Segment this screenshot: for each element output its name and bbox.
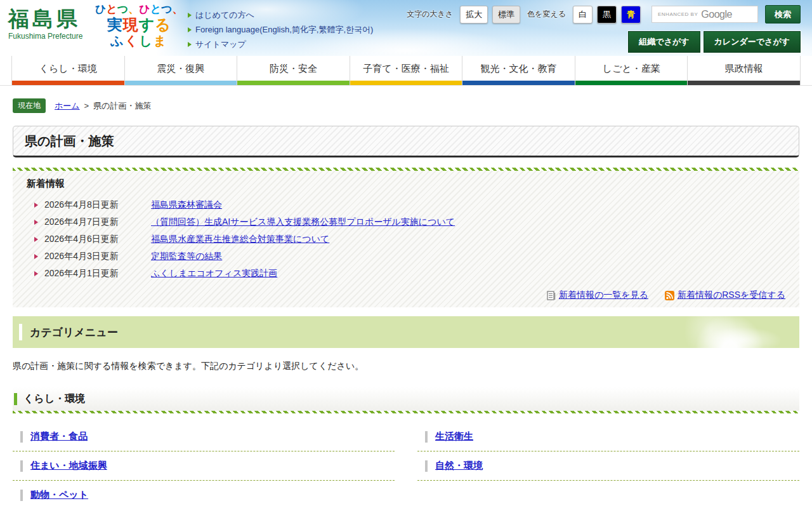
- prefecture-name: 福島県: [8, 8, 82, 30]
- color-blue-button[interactable]: 青: [621, 6, 641, 23]
- news-list-link[interactable]: 新着情報の一覧を見る: [547, 290, 648, 301]
- news-date: 2026年4月8日更新: [44, 199, 151, 211]
- news-heading: 新着情報: [27, 178, 785, 190]
- category-item-housing-regional: 住まい・地域振興: [13, 451, 395, 481]
- news-link[interactable]: 福島県森林審議会: [151, 199, 222, 211]
- nav-underline: [237, 81, 350, 85]
- font-size-label: 文字の大きさ: [407, 9, 453, 20]
- item-accent-bar: [425, 431, 428, 443]
- news-section: 新着情報 2026年4月8日更新 福島県森林審議会 2026年4月7日更新 （質…: [13, 168, 799, 307]
- nav-label: しごと・産業: [575, 56, 688, 81]
- nav-underline: [125, 81, 237, 85]
- arrow-icon: [188, 27, 192, 32]
- page-title-box: 県の計画・施策: [13, 126, 799, 157]
- news-date: 2026年4月6日更新: [44, 234, 151, 245]
- category-links-grid: 消費者・食品 生活衛生 住まい・地域振興 自然・環境 動物・ペット: [13, 422, 799, 508]
- prefecture-logo[interactable]: 福島県 Fukushima Prefecture: [8, 8, 82, 41]
- news-item: 2026年4月1日更新 ふくしまエコオフィス実践計画: [27, 265, 785, 282]
- utility-link-label[interactable]: はじめての方へ: [195, 10, 254, 21]
- header-controls: 文字の大きさ 拡大 標準 色を変える 白 黒 青 ENHANCED BY Goo…: [404, 5, 801, 53]
- category-link[interactable]: 生活衛生: [435, 431, 473, 443]
- utility-link-label[interactable]: Foreign language(English,简化字,繁體字,한국어): [195, 24, 373, 36]
- category-item-consumers-food: 消費者・食品: [13, 422, 395, 451]
- utility-link-sitemap[interactable]: サイトマップ: [188, 39, 373, 50]
- breadcrumb-home-link[interactable]: ホーム: [55, 100, 80, 112]
- search-by-organization-button[interactable]: 組織でさがす: [628, 31, 700, 53]
- item-accent-bar: [20, 460, 23, 472]
- nav-item-living-environment[interactable]: くらし・環境: [11, 56, 124, 85]
- page-title: 県の計画・施策: [25, 133, 114, 150]
- breadcrumb-current: 県の計画・施策: [93, 100, 151, 112]
- nav-label: 子育て・医療・福祉: [350, 56, 462, 81]
- utility-link-label[interactable]: サイトマップ: [195, 39, 246, 50]
- news-rss-link[interactable]: 新着情報のRSSを受信する: [665, 290, 785, 301]
- nav-item-disaster-prevention-safety[interactable]: 防災・安全: [237, 56, 350, 85]
- bullet-arrow-icon: [34, 203, 38, 208]
- color-black-button[interactable]: 黒: [597, 6, 617, 23]
- nav-label: くらし・環境: [12, 56, 124, 81]
- list-icon: [547, 291, 556, 300]
- section-accent-bar: [14, 393, 17, 405]
- category-link[interactable]: 自然・環境: [435, 460, 483, 472]
- news-link[interactable]: （質問回答）生成AIサービス導入支援業務公募型プロポーザル実施について: [151, 217, 455, 228]
- category-item-nature-environment: 自然・環境: [417, 451, 799, 481]
- category-menu-title: カテゴリメニュー: [30, 325, 118, 340]
- category-menu-banner: カテゴリメニュー: [13, 316, 799, 348]
- item-accent-bar: [20, 431, 23, 443]
- category-description: 県の計画・施策に関する情報を検索できます。下記のカテゴリより選択してください。: [13, 361, 799, 372]
- prefecture-name-en: Fukushima Prefecture: [8, 32, 82, 41]
- breadcrumb: 現在地 ホーム > 県の計画・施策: [13, 98, 799, 113]
- nav-item-work-industry[interactable]: しごと・産業: [575, 56, 688, 85]
- utility-link-first-time[interactable]: はじめての方へ: [188, 10, 373, 21]
- utility-link-foreign-language[interactable]: Foreign language(English,简化字,繁體字,한국어): [188, 24, 373, 36]
- finder-buttons: 組織でさがす カレンダーでさがす: [628, 31, 801, 53]
- category-item-animals-pets: 動物・ペット: [13, 481, 395, 508]
- nav-underline: [575, 81, 688, 85]
- arrow-icon: [188, 13, 192, 18]
- news-footer-links: 新着情報の一覧を見る 新着情報のRSSを受信する: [27, 290, 785, 301]
- nav-item-prefectural-information[interactable]: 県政情報: [687, 56, 801, 85]
- nav-item-tourism-culture-education[interactable]: 観光・文化・教育: [462, 56, 575, 85]
- item-accent-bar: [20, 490, 23, 501]
- news-link[interactable]: 定期監査等の結果: [151, 251, 222, 262]
- news-list: 2026年4月8日更新 福島県森林審議会 2026年4月7日更新 （質問回答）生…: [27, 196, 785, 282]
- nav-item-childcare-medical-welfare[interactable]: 子育て・医療・福祉: [350, 56, 462, 85]
- news-item: 2026年4月3日更新 定期監査等の結果: [27, 248, 785, 265]
- rss-icon: [665, 291, 674, 300]
- slogan-logo: ひとつ、ひとつ、 実現する ふくしま: [95, 3, 183, 49]
- category-link[interactable]: 消費者・食品: [30, 431, 88, 443]
- nav-item-disaster-reconstruction[interactable]: 震災・復興: [124, 56, 237, 85]
- search-by-calendar-button[interactable]: カレンダーでさがす: [704, 31, 801, 53]
- accessibility-controls: 文字の大きさ 拡大 標準 色を変える 白 黒 青 ENHANCED BY Goo…: [404, 5, 801, 23]
- news-item: 2026年4月8日更新 福島県森林審議会: [27, 196, 785, 213]
- news-date: 2026年4月1日更新: [44, 268, 151, 279]
- category-link[interactable]: 動物・ペット: [30, 489, 88, 501]
- slogan-line: ひとつ、ひとつ、: [95, 3, 183, 16]
- search-button[interactable]: 検索: [765, 5, 801, 23]
- color-white-button[interactable]: 白: [573, 6, 593, 23]
- global-navigation: くらし・環境 震災・復興 防災・安全 子育て・医療・福祉 観光・文化・教育 しご…: [0, 56, 812, 86]
- nav-label: 観光・文化・教育: [462, 56, 575, 81]
- bullet-arrow-icon: [34, 237, 38, 242]
- category-link[interactable]: 住まい・地域振興: [30, 460, 107, 472]
- section-title: くらし・環境: [23, 392, 85, 406]
- banner-accent-bar: [19, 324, 22, 340]
- search-input[interactable]: [652, 6, 758, 23]
- nav-label: 県政情報: [688, 56, 800, 81]
- main-content: 現在地 ホーム > 県の計画・施策 県の計画・施策 新着情報 2026年4月8日…: [0, 98, 812, 508]
- banner-decoration: [653, 316, 780, 348]
- item-accent-bar: [425, 460, 428, 472]
- news-link[interactable]: 福島県水産業再生推進総合対策事業について: [151, 234, 329, 245]
- news-list-link-label: 新着情報の一覧を見る: [559, 290, 648, 301]
- news-link[interactable]: ふくしまエコオフィス実践計画: [151, 268, 277, 279]
- category-item-daily-hygiene: 生活衛生: [417, 422, 799, 451]
- nav-underline: [688, 81, 800, 85]
- arrow-icon: [188, 42, 192, 47]
- section-header-living-environment: くらし・環境: [13, 387, 799, 411]
- font-standard-button[interactable]: 標準: [492, 6, 520, 23]
- color-change-label: 色を変える: [527, 9, 566, 20]
- news-rss-link-label: 新着情報のRSSを受信する: [678, 290, 785, 301]
- slogan-line: 実現する: [95, 16, 183, 34]
- font-enlarge-button[interactable]: 拡大: [460, 6, 488, 23]
- nav-label: 防災・安全: [237, 56, 350, 81]
